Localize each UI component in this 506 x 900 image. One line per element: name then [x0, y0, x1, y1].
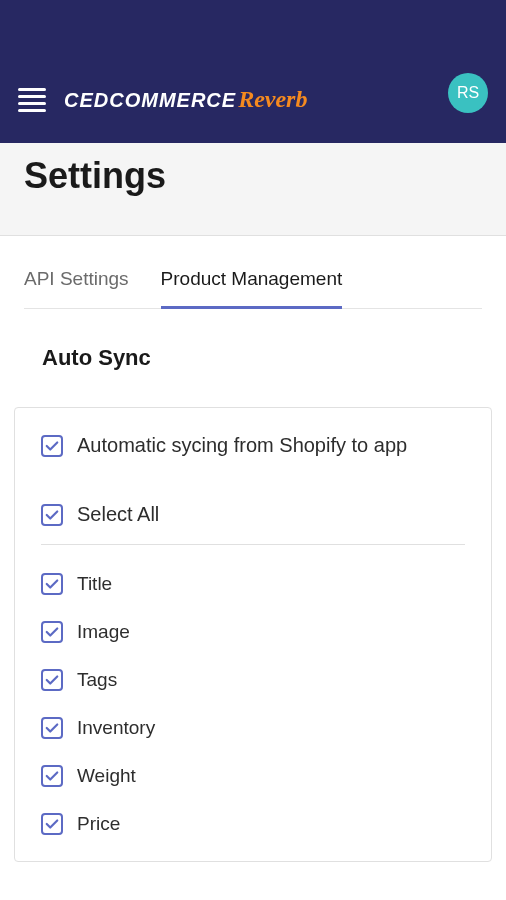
check-icon — [45, 673, 59, 687]
checkbox-row-inventory: Inventory — [41, 717, 465, 739]
checkbox-row-price: Price — [41, 813, 465, 835]
checkbox-label-image: Image — [77, 621, 130, 643]
checkbox-weight[interactable] — [41, 765, 63, 787]
logo-reverb: Reverb — [238, 86, 307, 113]
checkbox-row-image: Image — [41, 621, 465, 643]
checkbox-row-automatic-sync: Automatic sycing from Shopify to app — [41, 434, 465, 457]
check-icon — [45, 721, 59, 735]
check-icon — [45, 577, 59, 591]
checkbox-tags[interactable] — [41, 669, 63, 691]
checkbox-label-select-all: Select All — [77, 503, 159, 526]
checkbox-image[interactable] — [41, 621, 63, 643]
logo: CEDCOMMERCE Reverb — [64, 86, 307, 113]
avatar[interactable]: RS — [448, 73, 488, 113]
menu-icon[interactable] — [18, 88, 46, 112]
autosync-card: Automatic sycing from Shopify to app Sel… — [14, 407, 492, 862]
checkbox-label-price: Price — [77, 813, 120, 835]
checkbox-title[interactable] — [41, 573, 63, 595]
checkbox-price[interactable] — [41, 813, 63, 835]
tabs-section: API Settings Product Management — [0, 236, 506, 309]
checkbox-list: Title Image Tags — [41, 573, 465, 835]
check-icon — [45, 508, 59, 522]
content: Auto Sync Automatic sycing from Shopify … — [0, 309, 506, 862]
divider — [41, 544, 465, 545]
title-section: Settings — [0, 143, 506, 236]
checkbox-label-inventory: Inventory — [77, 717, 155, 739]
checkbox-row-title: Title — [41, 573, 465, 595]
tab-api-settings[interactable]: API Settings — [24, 268, 129, 308]
checkbox-label-tags: Tags — [77, 669, 117, 691]
checkbox-label-automatic-sync: Automatic sycing from Shopify to app — [77, 434, 407, 457]
check-icon — [45, 769, 59, 783]
avatar-initials: RS — [457, 84, 479, 102]
section-title-autosync: Auto Sync — [42, 345, 494, 371]
checkbox-select-all[interactable] — [41, 504, 63, 526]
checkbox-row-weight: Weight — [41, 765, 465, 787]
checkbox-inventory[interactable] — [41, 717, 63, 739]
check-icon — [45, 817, 59, 831]
check-icon — [45, 625, 59, 639]
app-header: CEDCOMMERCE Reverb RS — [0, 0, 506, 143]
tab-product-management[interactable]: Product Management — [161, 268, 343, 309]
header-left: CEDCOMMERCE Reverb — [18, 86, 307, 113]
checkbox-label-weight: Weight — [77, 765, 136, 787]
logo-ced: CEDCOMMERCE — [64, 89, 236, 112]
tabs: API Settings Product Management — [24, 236, 482, 309]
checkbox-row-select-all: Select All — [41, 503, 465, 526]
checkbox-row-tags: Tags — [41, 669, 465, 691]
check-icon — [45, 439, 59, 453]
page-title: Settings — [24, 155, 482, 197]
checkbox-automatic-sync[interactable] — [41, 435, 63, 457]
checkbox-label-title: Title — [77, 573, 112, 595]
